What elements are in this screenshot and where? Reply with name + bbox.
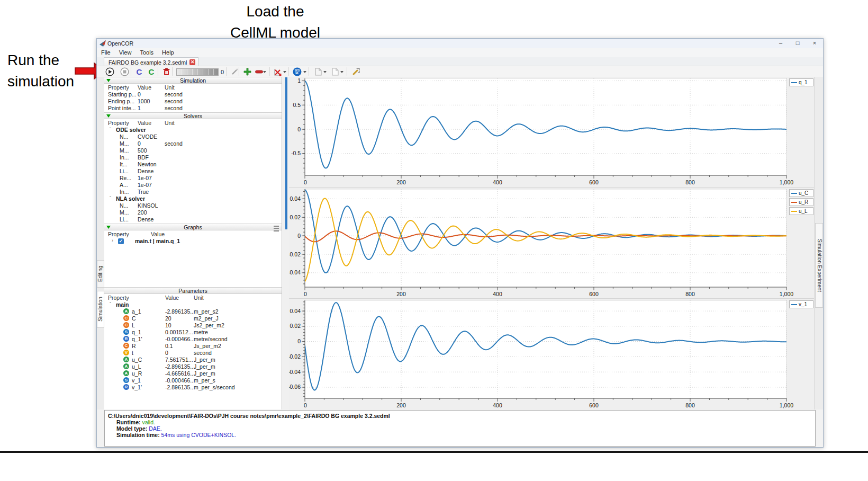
parameter-row[interactable]: Au_R-4.665616...J_per_m — [104, 370, 282, 377]
tab-simulation-experiment[interactable]: Simulation Experiment — [815, 223, 823, 308]
svg-text:600: 600 — [589, 179, 599, 185]
solvers-properties-table: PropertyValueUnitˇODE solverN...CVODEM..… — [104, 120, 282, 223]
column-header-row[interactable]: PropertyValue — [104, 231, 282, 238]
value: 0 — [138, 91, 141, 97]
export-document2-dropdown-icon[interactable] — [340, 71, 343, 73]
solver-property-row[interactable]: N...KINSOL — [104, 202, 282, 209]
remove-graph-panel-dropdown-icon[interactable] — [263, 71, 266, 73]
parameters-section-header[interactable]: Parameters — [104, 287, 282, 294]
menu-item-file[interactable]: File — [97, 48, 115, 57]
graph-row[interactable]: ›✓main.t | main.q_1 — [104, 238, 282, 246]
parameter-row[interactable]: Au_L-2.896135...J_per_m — [104, 363, 282, 370]
reset-model-parameters-icon[interactable]: C — [134, 67, 144, 77]
parameter-row[interactable]: Au_C7.561751...J_per_m — [104, 357, 282, 363]
parameter-row[interactable]: Rq_1'-0.000466...metre/second — [104, 336, 282, 343]
close-button[interactable]: × — [807, 39, 822, 48]
parameter-value: -0.000466... — [165, 377, 195, 384]
tab-fairdo-sedml[interactable]: FAIRDO BG example 3.2.sedml ✕ — [104, 57, 198, 66]
parameter-row[interactable]: Sv_1-0.000466...m_per_s — [104, 377, 282, 384]
solver-property-row[interactable]: Li...Dense — [104, 216, 282, 223]
chart-v1[interactable]: 0.040.020-0.02-0.04-0.0602004006008001,0… — [289, 298, 816, 410]
run-simulation-button[interactable] — [104, 67, 115, 77]
plot-canvas[interactable]: 0.040.020-0.02-0.0402004006008001,000 — [289, 188, 816, 299]
solver-group: NLA solver — [116, 195, 145, 202]
panel-splitter[interactable] — [282, 77, 289, 409]
parameter-row[interactable]: CC20m2_per_J — [104, 315, 282, 322]
simulation-property-row[interactable]: Ending p...1000second — [104, 98, 282, 105]
column-header-row[interactable]: PropertyValueUnit — [104, 84, 282, 91]
column-header-row[interactable]: PropertyValueUnit — [104, 120, 282, 127]
cellml-file-dropdown-icon[interactable] — [283, 71, 286, 73]
collapse-arrow-icon[interactable] — [106, 226, 111, 229]
graph-panels[interactable]: 10.50-0.502004006008001,000q_10.040.020-… — [289, 77, 816, 409]
delete-icon[interactable] — [161, 67, 171, 77]
column-header-row[interactable]: PropertyValueUnit — [104, 295, 282, 301]
tab-editing[interactable]: Editing — [97, 260, 104, 288]
C-type-icon: C — [123, 322, 129, 328]
simulation-property-row[interactable]: Starting p...0second — [104, 91, 282, 98]
collapse-arrow-icon[interactable] — [106, 79, 111, 82]
solver-property-row[interactable]: M...0second — [104, 140, 282, 147]
preferences-wrench-icon[interactable] — [350, 67, 361, 77]
simulation-property-row[interactable]: Point inte...1second — [104, 105, 282, 112]
parameter-row[interactable]: Aa_1-2.896135...m_per_s2 — [104, 308, 282, 315]
sedml-file-dropdown-icon[interactable] — [303, 71, 306, 73]
property: Li... — [120, 216, 129, 222]
solver-property-row[interactable]: N...CVODE — [104, 133, 282, 140]
menu-item-help[interactable]: Help — [158, 48, 178, 57]
wand-icon[interactable] — [229, 67, 240, 77]
solver-property-row[interactable]: Re...1e-07 — [104, 175, 282, 182]
parameter-row[interactable]: Rv_1'-2.896135...m_per_s/second — [104, 384, 282, 391]
solver-group-row[interactable]: ˇNLA solver — [104, 195, 282, 202]
stop-simulation-button[interactable] — [119, 67, 130, 77]
graph-checkbox[interactable]: ✓ — [118, 238, 124, 244]
tab-close-icon[interactable]: ✕ — [189, 59, 195, 65]
solver-group: ODE solver — [116, 127, 146, 133]
chart-q1[interactable]: 10.50-0.502004006008001,000q_1 — [289, 77, 816, 187]
simulation-section-header[interactable]: Simulation — [104, 77, 282, 84]
solvers-section-header[interactable]: Solvers — [104, 112, 282, 119]
V-type-icon: V — [123, 350, 129, 355]
parameter-row[interactable]: CR0.1Js_per_m2 — [104, 343, 282, 350]
parameter-name: t — [132, 350, 133, 356]
menu-item-view[interactable]: View — [115, 48, 136, 57]
menu-item-tools[interactable]: Tools — [135, 48, 158, 57]
add-graph-panel-icon[interactable] — [242, 67, 252, 77]
tab-simulation[interactable]: Simulation — [97, 291, 104, 328]
svg-text:ML: ML — [295, 72, 299, 75]
parameter-row[interactable]: CL10Js2_per_m2 — [104, 322, 282, 329]
parameter-name: a_1 — [132, 308, 141, 315]
minimize-button[interactable]: – — [773, 39, 788, 48]
clear-simulation-results-icon[interactable]: C — [146, 67, 157, 77]
parameter-unit: metre/second — [194, 336, 228, 342]
remove-graph-panel-icon[interactable] — [254, 67, 264, 77]
component-group-row[interactable]: ˇmain — [104, 301, 282, 308]
plot-canvas[interactable]: 0.040.020-0.02-0.04-0.0602004006008001,0… — [289, 299, 816, 410]
parameter-row[interactable]: Sq_10.001512...metre — [104, 329, 282, 336]
solver-property-row[interactable]: Li...Dense — [104, 168, 282, 175]
graphs-section-header[interactable]: Graphs — [104, 224, 282, 230]
parameter-row[interactable]: Vt0second — [104, 350, 282, 357]
export-document-dropdown-icon[interactable] — [323, 71, 327, 73]
export-document2-icon[interactable] — [330, 67, 340, 77]
plot-canvas[interactable]: 10.50-0.502004006008001,000 — [289, 77, 816, 187]
expand-icon[interactable]: › — [112, 238, 113, 243]
solver-property-row[interactable]: M...200 — [104, 209, 282, 216]
solver-property-row[interactable]: A...1e-07 — [104, 182, 282, 189]
parameter-unit: J_per_m — [194, 363, 215, 370]
solver-property-row[interactable]: M...500 — [104, 147, 282, 154]
parameter-name: q_1' — [132, 336, 142, 342]
solver-property-row[interactable]: It...Newton — [104, 161, 282, 168]
opencor-logo-icon — [100, 40, 106, 47]
solver-property-row[interactable]: In...BDF — [104, 154, 282, 161]
chart-u[interactable]: 0.040.020-0.02-0.0402004006008001,000u_C… — [289, 187, 816, 299]
solver-group-row[interactable]: ˇODE solver — [104, 127, 282, 133]
sedml-file-icon[interactable]: SEDML — [292, 67, 302, 77]
cellml-file-icon[interactable] — [273, 67, 283, 77]
maximize-button[interactable]: □ — [790, 39, 805, 48]
export-document-icon[interactable] — [313, 67, 323, 77]
collapse-arrow-icon[interactable] — [106, 114, 111, 118]
solver-property-row[interactable]: In...True — [104, 189, 282, 195]
parameter-value: -2.896135... — [165, 308, 195, 315]
title-bar[interactable]: OpenCOR – □ × — [97, 39, 823, 48]
